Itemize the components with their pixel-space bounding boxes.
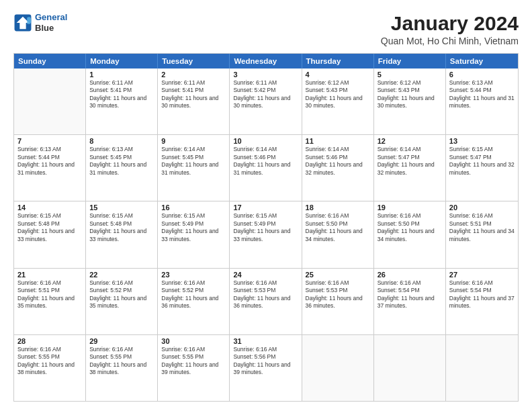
cal-cell [14, 68, 86, 134]
day-number: 12 [378, 137, 442, 145]
cal-header-day-tuesday: Tuesday [158, 54, 230, 68]
cal-cell [446, 335, 518, 401]
cal-header-day-thursday: Thursday [302, 54, 374, 68]
cal-cell: 4Sunrise: 6:12 AM Sunset: 5:43 PM Daylig… [302, 68, 374, 134]
cal-header-day-saturday: Saturday [446, 54, 518, 68]
cal-cell: 11Sunrise: 6:14 AM Sunset: 5:46 PM Dayli… [302, 135, 374, 201]
cal-week-3: 21Sunrise: 6:16 AM Sunset: 5:51 PM Dayli… [14, 268, 518, 334]
cal-header-day-wednesday: Wednesday [230, 54, 302, 68]
day-info: Sunrise: 6:16 AM Sunset: 5:53 PM Dayligh… [233, 279, 298, 310]
cal-cell: 13Sunrise: 6:15 AM Sunset: 5:47 PM Dayli… [446, 135, 518, 201]
day-number: 30 [161, 337, 226, 345]
day-number: 23 [161, 271, 226, 279]
day-number: 28 [17, 337, 82, 345]
day-info: Sunrise: 6:16 AM Sunset: 5:51 PM Dayligh… [17, 279, 82, 310]
day-info: Sunrise: 6:16 AM Sunset: 5:50 PM Dayligh… [306, 212, 370, 243]
day-info: Sunrise: 6:15 AM Sunset: 5:48 PM Dayligh… [17, 212, 82, 243]
cal-cell: 31Sunrise: 6:16 AM Sunset: 5:56 PM Dayli… [230, 335, 302, 401]
cal-header-day-friday: Friday [374, 54, 446, 68]
subtitle: Quan Mot, Ho Chi Minh, Vietnam [381, 36, 519, 46]
day-number: 2 [161, 71, 226, 79]
day-number: 25 [306, 271, 370, 279]
cal-cell: 7Sunrise: 6:13 AM Sunset: 5:44 PM Daylig… [14, 135, 86, 201]
cal-cell: 12Sunrise: 6:14 AM Sunset: 5:47 PM Dayli… [374, 135, 446, 201]
day-number: 4 [306, 71, 370, 79]
day-info: Sunrise: 6:16 AM Sunset: 5:50 PM Dayligh… [378, 212, 442, 243]
cal-cell [302, 335, 374, 401]
day-number: 22 [89, 271, 154, 279]
day-number: 19 [378, 203, 442, 212]
logo: General Blue [13, 12, 67, 33]
cal-cell [374, 335, 446, 401]
day-info: Sunrise: 6:15 AM Sunset: 5:48 PM Dayligh… [89, 212, 154, 243]
day-info: Sunrise: 6:16 AM Sunset: 5:55 PM Dayligh… [161, 346, 226, 377]
cal-cell: 29Sunrise: 6:16 AM Sunset: 5:55 PM Dayli… [86, 335, 158, 401]
cal-cell: 25Sunrise: 6:16 AM Sunset: 5:53 PM Dayli… [302, 269, 374, 334]
cal-cell: 28Sunrise: 6:16 AM Sunset: 5:55 PM Dayli… [14, 335, 86, 401]
day-number: 26 [378, 271, 442, 279]
day-number: 27 [449, 271, 515, 279]
day-number: 31 [233, 337, 298, 345]
cal-cell: 8Sunrise: 6:13 AM Sunset: 5:45 PM Daylig… [86, 135, 158, 201]
day-info: Sunrise: 6:16 AM Sunset: 5:52 PM Dayligh… [161, 279, 226, 310]
page: General Blue January 2024 Quan Mot, Ho C… [0, 0, 532, 411]
day-number: 8 [89, 137, 154, 145]
day-info: Sunrise: 6:16 AM Sunset: 5:51 PM Dayligh… [449, 212, 515, 243]
day-number: 29 [89, 337, 154, 345]
day-info: Sunrise: 6:14 AM Sunset: 5:45 PM Dayligh… [161, 146, 226, 177]
day-number: 1 [89, 71, 154, 79]
day-number: 11 [306, 137, 370, 145]
day-number: 20 [449, 203, 515, 212]
day-info: Sunrise: 6:13 AM Sunset: 5:44 PM Dayligh… [17, 146, 82, 177]
cal-cell: 24Sunrise: 6:16 AM Sunset: 5:53 PM Dayli… [230, 269, 302, 334]
day-info: Sunrise: 6:14 AM Sunset: 5:47 PM Dayligh… [378, 146, 442, 177]
day-info: Sunrise: 6:14 AM Sunset: 5:46 PM Dayligh… [306, 146, 370, 177]
day-number: 7 [17, 137, 82, 145]
day-number: 13 [449, 137, 515, 145]
day-number: 24 [233, 271, 298, 279]
logo-icon [13, 13, 32, 32]
cal-cell: 21Sunrise: 6:16 AM Sunset: 5:51 PM Dayli… [14, 269, 86, 334]
day-number: 5 [378, 71, 442, 79]
cal-cell: 19Sunrise: 6:16 AM Sunset: 5:50 PM Dayli… [374, 201, 446, 267]
cal-cell: 5Sunrise: 6:12 AM Sunset: 5:43 PM Daylig… [374, 68, 446, 134]
cal-week-2: 14Sunrise: 6:15 AM Sunset: 5:48 PM Dayli… [14, 201, 518, 267]
cal-cell: 3Sunrise: 6:11 AM Sunset: 5:42 PM Daylig… [230, 68, 302, 134]
header: General Blue January 2024 Quan Mot, Ho C… [13, 12, 519, 46]
cal-cell: 23Sunrise: 6:16 AM Sunset: 5:52 PM Dayli… [158, 269, 230, 334]
cal-cell: 14Sunrise: 6:15 AM Sunset: 5:48 PM Dayli… [14, 201, 86, 267]
day-info: Sunrise: 6:12 AM Sunset: 5:43 PM Dayligh… [378, 79, 442, 110]
day-info: Sunrise: 6:15 AM Sunset: 5:49 PM Dayligh… [161, 212, 226, 243]
day-number: 18 [306, 203, 370, 212]
day-info: Sunrise: 6:16 AM Sunset: 5:54 PM Dayligh… [449, 279, 515, 310]
cal-cell: 15Sunrise: 6:15 AM Sunset: 5:48 PM Dayli… [86, 201, 158, 267]
cal-cell: 22Sunrise: 6:16 AM Sunset: 5:52 PM Dayli… [86, 269, 158, 334]
calendar: SundayMondayTuesdayWednesdayThursdayFrid… [13, 53, 519, 402]
day-info: Sunrise: 6:11 AM Sunset: 5:41 PM Dayligh… [89, 79, 154, 110]
day-number: 14 [17, 203, 82, 212]
day-number: 17 [233, 203, 298, 212]
cal-header-day-sunday: Sunday [14, 54, 86, 68]
logo-text: General Blue [35, 12, 67, 33]
title-block: January 2024 Quan Mot, Ho Chi Minh, Viet… [381, 12, 519, 46]
day-number: 10 [233, 137, 298, 145]
cal-cell: 1Sunrise: 6:11 AM Sunset: 5:41 PM Daylig… [86, 68, 158, 134]
cal-cell: 16Sunrise: 6:15 AM Sunset: 5:49 PM Dayli… [158, 201, 230, 267]
cal-cell: 2Sunrise: 6:11 AM Sunset: 5:41 PM Daylig… [158, 68, 230, 134]
day-number: 21 [17, 271, 82, 279]
cal-header-day-monday: Monday [86, 54, 158, 68]
cal-week-1: 7Sunrise: 6:13 AM Sunset: 5:44 PM Daylig… [14, 134, 518, 201]
day-info: Sunrise: 6:12 AM Sunset: 5:43 PM Dayligh… [306, 79, 370, 110]
day-info: Sunrise: 6:14 AM Sunset: 5:46 PM Dayligh… [233, 146, 298, 177]
day-number: 9 [161, 137, 226, 145]
day-info: Sunrise: 6:15 AM Sunset: 5:47 PM Dayligh… [449, 146, 515, 177]
day-info: Sunrise: 6:16 AM Sunset: 5:54 PM Dayligh… [378, 279, 442, 310]
cal-cell: 17Sunrise: 6:15 AM Sunset: 5:49 PM Dayli… [230, 201, 302, 267]
day-number: 3 [233, 71, 298, 79]
cal-cell: 20Sunrise: 6:16 AM Sunset: 5:51 PM Dayli… [446, 201, 518, 267]
cal-week-4: 28Sunrise: 6:16 AM Sunset: 5:55 PM Dayli… [14, 334, 518, 401]
calendar-body: 1Sunrise: 6:11 AM Sunset: 5:41 PM Daylig… [14, 68, 518, 401]
day-info: Sunrise: 6:11 AM Sunset: 5:42 PM Dayligh… [233, 79, 298, 110]
day-info: Sunrise: 6:16 AM Sunset: 5:55 PM Dayligh… [89, 346, 154, 377]
cal-cell: 10Sunrise: 6:14 AM Sunset: 5:46 PM Dayli… [230, 135, 302, 201]
